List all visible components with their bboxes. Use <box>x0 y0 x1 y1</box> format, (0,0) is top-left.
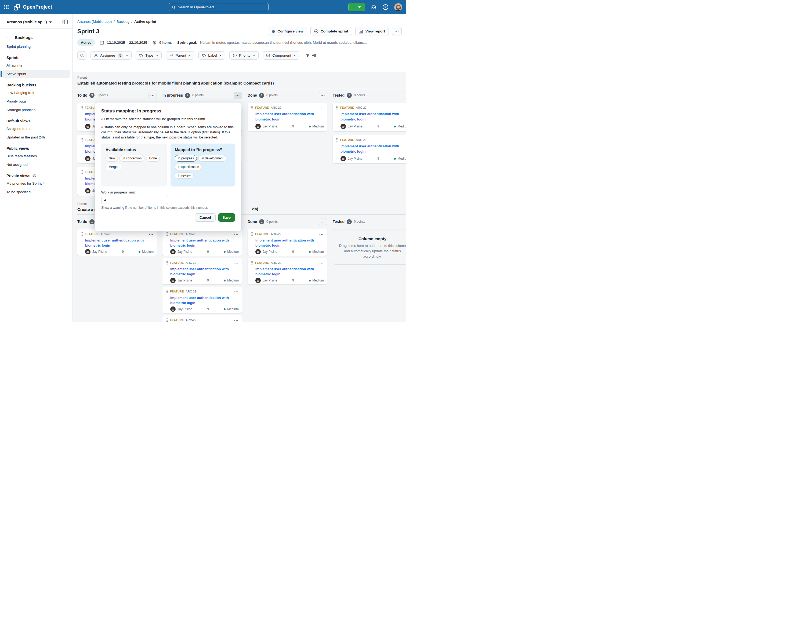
column-menu-button-active[interactable] <box>234 92 242 99</box>
sidebar-item-updated-in-the-past-24h[interactable]: Updated in the past 24h <box>2 133 70 142</box>
card-title-link[interactable]: Implement user authentication with biome… <box>340 111 406 122</box>
complete-sprint-button[interactable]: Complete sprint <box>310 27 352 35</box>
sidebar-item-to-be-specified[interactable]: To be specified <box>2 188 70 196</box>
sidebar-item-strategic-priorities[interactable]: Strategic priorities <box>2 106 70 114</box>
drag-handle-icon[interactable] <box>81 170 83 174</box>
back-arrow-icon[interactable]: ← <box>6 35 11 40</box>
filter-all-button[interactable]: All <box>305 53 316 58</box>
status-pill-new[interactable]: New <box>105 155 118 161</box>
sidebar-collapse-icon[interactable] <box>63 20 68 24</box>
card-menu-button[interactable] <box>149 231 154 236</box>
help-icon[interactable]: ? <box>383 4 388 10</box>
drag-handle-icon[interactable] <box>251 106 253 110</box>
status-pill-in-conception[interactable]: In conception <box>119 155 145 161</box>
card-title-link[interactable]: Implement user authentication with biome… <box>255 266 324 277</box>
work-package-card[interactable]: FEATURE ARC-22 Implement user authentica… <box>162 315 242 322</box>
status-pill-done[interactable]: Done <box>146 155 160 161</box>
save-button[interactable]: Save <box>218 213 235 222</box>
card-menu-button[interactable] <box>234 231 239 236</box>
drag-handle-icon[interactable] <box>166 318 168 322</box>
column-menu-button[interactable] <box>319 92 327 99</box>
breadcrumb-backlog-link[interactable]: Backlog <box>116 20 130 24</box>
drag-handle-icon[interactable] <box>81 138 83 142</box>
work-package-card[interactable]: FEATURE ARC-22 Implement user authentica… <box>162 229 242 256</box>
drag-handle-icon[interactable] <box>251 261 253 265</box>
card-title-link[interactable]: Implement user authentication with biome… <box>85 238 154 248</box>
work-package-card[interactable]: FEATURE ARC-22 Implement user authentica… <box>333 135 406 163</box>
card-title-link[interactable]: Implement user authentication with biome… <box>170 266 239 277</box>
status-pill-merged[interactable]: Merged <box>105 164 122 170</box>
card-menu-button[interactable] <box>404 137 406 142</box>
work-package-card[interactable]: FEATURE ARC-22 Implement user authentica… <box>77 229 157 256</box>
card-menu-button[interactable] <box>319 231 324 236</box>
drag-handle-icon[interactable] <box>166 289 168 293</box>
sidebar-item-priority-bugs[interactable]: Priority bugs <box>2 97 70 105</box>
work-package-card[interactable]: FEATURE ARC-22 Implement user authentica… <box>247 103 327 131</box>
breadcrumb-project-link[interactable]: Arcanos (Mobile app) <box>77 20 112 24</box>
card-menu-button[interactable] <box>404 105 406 110</box>
sidebar-item-blue-team-features[interactable]: Blue team features <box>2 152 70 160</box>
card-title-link[interactable]: Implement user authentication with biome… <box>170 295 239 305</box>
filter-assignee[interactable]: Assignee 5 <box>90 51 131 59</box>
card-menu-button[interactable] <box>319 260 324 265</box>
sidebar-item-not-assigned[interactable]: Not assigned <box>2 160 70 169</box>
work-package-card[interactable]: FEATURE ARC-22 Implement user authentica… <box>162 286 242 313</box>
status-pill-in-specification[interactable]: In specification <box>175 164 202 170</box>
card-menu-button[interactable] <box>234 318 239 322</box>
global-search[interactable] <box>169 3 269 11</box>
openproject-logo[interactable]: OpenProject <box>14 4 52 11</box>
filter-search-button[interactable] <box>77 51 87 59</box>
card-menu-button[interactable] <box>319 105 324 110</box>
filter-label[interactable]: Label <box>198 51 225 59</box>
drag-handle-icon[interactable] <box>81 232 83 236</box>
filter-parent[interactable]: Parent <box>166 51 195 59</box>
drag-handle-icon[interactable] <box>336 106 338 110</box>
sidebar-item-low-hanging-fruit[interactable]: Low-hanging fruit <box>2 88 70 97</box>
drag-handle-icon[interactable] <box>336 138 338 142</box>
drag-handle-icon[interactable] <box>81 106 83 110</box>
cancel-button[interactable]: Cancel <box>195 213 216 222</box>
status-pill-in-review[interactable]: In review <box>175 172 194 179</box>
card-title-link[interactable]: Implement user authentication with biome… <box>255 111 324 122</box>
sidebar-item-all-sprints[interactable]: All sprints <box>2 61 70 70</box>
card-title-link[interactable]: Implement user authentication with biome… <box>170 238 239 248</box>
sidebar-item-my-priorities-for-sprint-4[interactable]: My priorities for Sprint 4 <box>2 179 70 187</box>
view-report-label: View report <box>365 29 385 33</box>
page-more-button[interactable] <box>392 27 402 35</box>
card-title-link[interactable]: Implement user authentication with biome… <box>255 238 324 248</box>
card-menu-button[interactable] <box>234 289 239 294</box>
card-menu-button[interactable] <box>234 260 239 265</box>
work-package-card[interactable]: FEATURE ARC-22 Implement user authentica… <box>333 103 406 131</box>
column-header-tested: Tested 0 0 points <box>333 219 406 224</box>
column-menu-button[interactable] <box>148 92 157 99</box>
empty-column-dropzone[interactable]: Column empty Drag items here to add them… <box>333 229 406 265</box>
filter-type[interactable]: Type <box>136 51 161 59</box>
project-selector[interactable]: Arcanos (Mobile ap...) <box>0 14 72 24</box>
sidebar-item-sprint-planning[interactable]: Sprint planning <box>2 43 70 51</box>
sidebar-item-label: Low-hanging fruit <box>6 91 34 95</box>
global-search-input[interactable] <box>178 5 266 9</box>
sidebar-item-active-sprint[interactable]: Active sprint <box>2 70 70 78</box>
drag-handle-icon[interactable] <box>166 232 168 236</box>
add-button[interactable]: + <box>348 3 365 11</box>
view-report-button[interactable]: View report <box>355 27 389 35</box>
column-menu-button[interactable] <box>319 218 327 225</box>
wip-limit-input[interactable] <box>101 196 168 204</box>
column-menu-button[interactable] <box>404 92 406 99</box>
configure-view-button[interactable]: ⚙ Configure view <box>268 27 307 35</box>
drag-handle-icon[interactable] <box>251 232 253 236</box>
sidebar-item-assigned-to-me[interactable]: Assigned to me <box>2 125 70 133</box>
filter-priority[interactable]: Priority <box>229 51 259 59</box>
work-package-card[interactable]: FEATURE ARC-22 Implement user authentica… <box>247 258 327 285</box>
filter-component[interactable]: Component <box>263 51 299 59</box>
user-avatar[interactable] <box>394 3 402 11</box>
card-title-link[interactable]: Implement user authentication with biome… <box>340 143 406 154</box>
inbox-icon[interactable] <box>371 4 377 10</box>
work-package-card[interactable]: FEATURE ARC-22 Implement user authentica… <box>162 258 242 285</box>
status-pill-in-development[interactable]: In development <box>198 155 226 161</box>
assignee-avatar <box>170 278 176 283</box>
status-pill-in-progress-selected[interactable]: In progress <box>175 155 197 161</box>
work-package-card[interactable]: FEATURE ARC-22 Implement user authentica… <box>247 229 327 256</box>
drag-handle-icon[interactable] <box>166 261 168 265</box>
app-grid-menu-icon[interactable] <box>4 5 9 10</box>
